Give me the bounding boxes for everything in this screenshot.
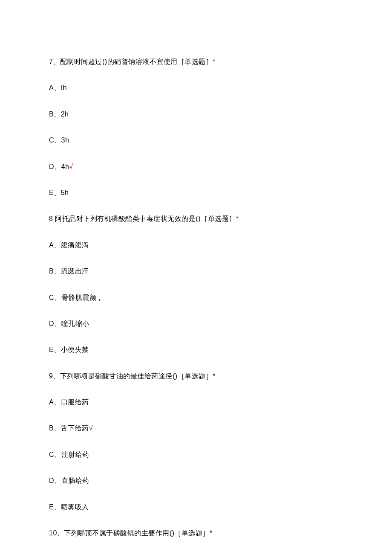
question-number: 7、 [49, 58, 60, 65]
question-8-option-c: C、骨骼肌震颤 , [49, 293, 347, 302]
question-number: 9、 [49, 372, 60, 380]
question-8-option-b: B、流涎出汗 [49, 267, 347, 276]
question-9-option-a: A、口服给药 [49, 398, 347, 407]
question-8-stem: 8 阿托品对下列有机磷酸酯类中毒症状无效的是()［单选题］* [49, 214, 347, 224]
question-8-option-e: E、小便失禁 [49, 345, 347, 355]
question-8-option-a: A、腹痛腹泻 [49, 241, 347, 250]
question-7-option-b: B、2h [49, 110, 347, 119]
question-text: 下列哪项是硝酸甘油的最佳给药途径()［单选题］* [60, 372, 216, 380]
correct-mark-icon: √ [89, 424, 93, 432]
question-text: 配制时间超过()的硝普钠溶液不宜使用［单选题］* [60, 58, 216, 65]
question-9-option-c: C、注射给药 [49, 450, 347, 459]
question-7-option-d: D、4h√ [49, 162, 347, 171]
question-7-option-a: A、Ih [49, 83, 347, 93]
question-7-stem: 7、配制时间超过()的硝普钠溶液不宜使用［单选题］* [49, 57, 347, 67]
question-9-stem: 9、下列哪项是硝酸甘油的最佳给药途径()［单选题］* [49, 372, 347, 381]
correct-mark-icon: √ [69, 163, 73, 170]
question-text: 阿托品对下列有机磷酸酯类中毒症状无效的是()［单选题］* [55, 215, 239, 222]
question-7-option-e: E、5h [49, 188, 347, 198]
question-7-option-c: C、3h [49, 136, 347, 145]
question-8-option-d: D、瞳孔缩小 [49, 319, 347, 328]
question-9-option-e: E、喷雾吸入 [49, 503, 347, 512]
question-text: 下列哪顶不属于磋酸镇的主要作用()［单选题］* [64, 529, 212, 537]
question-number: 10、 [49, 529, 64, 537]
question-number: 8 [49, 215, 55, 222]
question-9-option-b: B、舌下给药√ [49, 424, 347, 433]
question-10-stem: 10、下列哪顶不属于磋酸镇的主要作用()［单选题］* [49, 529, 347, 538]
question-9-option-d: D、直肠给药 [49, 476, 347, 485]
document-content: 7、配制时间超过()的硝普钠溶液不宜使用［单选题］* A、Ih B、2h C、3… [49, 57, 347, 555]
